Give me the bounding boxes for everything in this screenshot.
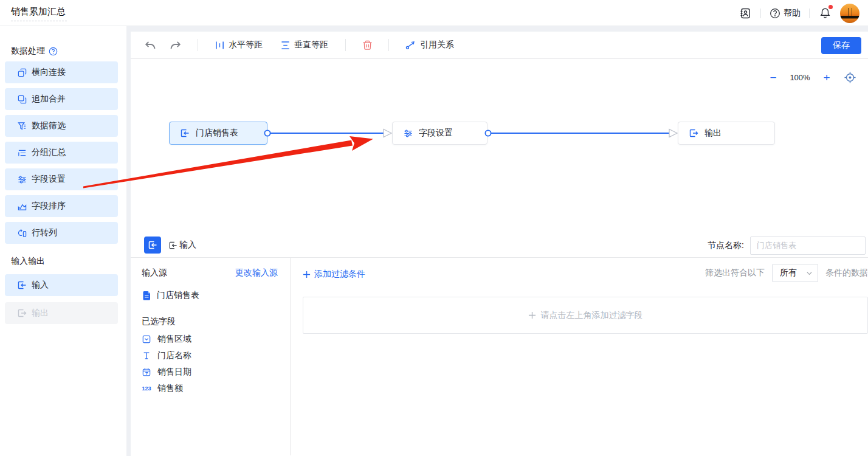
- sidebar-section-io: 输入输出: [11, 256, 126, 267]
- filter-panel: 添加过滤条件 筛选出符合以下 所有 条件的数据 请点击左上角添加过滤字段: [291, 258, 868, 455]
- date-field-icon: [142, 368, 151, 376]
- help-icon: [770, 8, 780, 19]
- sidebar-item-group-summary[interactable]: 分组汇总: [5, 142, 118, 164]
- divider: [809, 9, 810, 18]
- field-label: 门店名称: [157, 350, 191, 361]
- zoom-in-button[interactable]: +: [819, 70, 834, 85]
- trash-icon: [362, 40, 373, 50]
- field-row-store-name[interactable]: 门店名称: [142, 351, 278, 360]
- flow-node-label: 门店销售表: [196, 128, 238, 139]
- sidebar-item-field-sort[interactable]: 字段排序: [5, 195, 118, 217]
- transpose-icon: [17, 228, 27, 238]
- filter-suffix: 条件的数据: [825, 268, 868, 278]
- help-button[interactable]: 帮助: [770, 8, 801, 19]
- notification-bell-icon[interactable]: [818, 7, 832, 20]
- flow-node-field-settings[interactable]: 字段设置: [392, 122, 487, 145]
- group-icon: [17, 148, 27, 157]
- field-label: 销售额: [157, 383, 183, 394]
- main-panel: 水平等距 垂直等距 引用关系 保存 − 100%: [131, 32, 868, 456]
- select-field-icon: [142, 335, 151, 344]
- input-tab-badge[interactable]: [144, 237, 161, 254]
- source-item-label: 门店销售表: [157, 290, 199, 301]
- export-icon: [689, 128, 698, 138]
- sliders-icon: [403, 128, 413, 138]
- locate-button[interactable]: [842, 70, 857, 85]
- field-row-sales-amount[interactable]: 123 销售额: [142, 384, 278, 393]
- zoom-out-button[interactable]: −: [766, 70, 780, 85]
- reference-relation-button[interactable]: 引用关系: [405, 40, 454, 50]
- filter-empty-hint: 请点击左上角添加过滤字段: [541, 310, 643, 321]
- node-name-label: 节点名称:: [708, 240, 744, 251]
- sidebar-item-data-filter[interactable]: 数据筛选: [5, 115, 118, 137]
- import-icon: [180, 128, 190, 138]
- vertical-distribute-icon: [281, 41, 290, 50]
- sliders-icon: [17, 174, 27, 184]
- input-tab[interactable]: 输入: [168, 240, 196, 250]
- sort-icon: [17, 201, 27, 211]
- field-row-sales-region[interactable]: 销售区域: [142, 335, 278, 344]
- sidebar-item-field-settings[interactable]: 字段设置: [5, 168, 118, 190]
- save-button[interactable]: 保存: [821, 37, 861, 54]
- import-icon: [17, 280, 27, 290]
- avatar[interactable]: [840, 4, 859, 23]
- source-item[interactable]: 门店销售表: [142, 290, 278, 301]
- divider: [345, 39, 346, 51]
- selected-fields-title: 已选字段: [142, 316, 278, 327]
- top-bar: 销售累加汇总 帮助: [0, 0, 868, 26]
- sidebar-item-label: 追加合并: [32, 94, 66, 105]
- vertical-distribute-button[interactable]: 垂直等距: [281, 40, 328, 50]
- address-book-icon[interactable]: [739, 7, 752, 20]
- join-icon: [17, 67, 27, 77]
- flow-node-label: 字段设置: [419, 128, 453, 139]
- source-title: 输入源: [142, 268, 167, 278]
- input-tab-label: 输入: [179, 240, 196, 250]
- sidebar-item-horizontal-join[interactable]: 横向连接: [5, 61, 118, 83]
- node-name-input[interactable]: [750, 237, 866, 255]
- flow-canvas[interactable]: − 100% + 门店销售表: [131, 59, 868, 233]
- flow-node-label: 输出: [704, 128, 722, 139]
- import-icon: [148, 240, 157, 250]
- sidebar-item-label: 横向连接: [32, 67, 66, 78]
- undo-icon: [144, 40, 156, 50]
- sidebar-item-append-merge[interactable]: 追加合并: [5, 88, 118, 110]
- filter-empty-area[interactable]: 请点击左上角添加过滤字段: [303, 297, 868, 334]
- field-label: 销售日期: [157, 367, 191, 378]
- undo-button[interactable]: [144, 40, 156, 50]
- sidebar-item-output: 输出: [5, 302, 118, 324]
- sidebar-item-label: 行转列: [32, 227, 57, 238]
- plus-icon: [303, 271, 311, 278]
- question-circle-icon[interactable]: [49, 47, 58, 56]
- sidebar-item-input[interactable]: 输入: [5, 274, 118, 296]
- filter-icon: [17, 121, 27, 131]
- append-icon: [17, 94, 27, 104]
- field-row-sales-date[interactable]: 销售日期: [142, 368, 278, 376]
- page-title[interactable]: 销售累加汇总: [11, 5, 67, 21]
- redo-button[interactable]: [170, 40, 182, 50]
- import-icon: [168, 241, 177, 250]
- number-field-icon: 123: [142, 384, 151, 393]
- change-source-link[interactable]: 更改输入源: [235, 268, 278, 278]
- canvas-toolbar: 水平等距 垂直等距 引用关系 保存: [131, 32, 868, 59]
- zoom-level: 100%: [789, 73, 811, 82]
- sidebar: 数据处理 横向连接 追加合并 数据筛选 分组汇总: [0, 26, 126, 456]
- horizontal-distribute-icon: [215, 41, 224, 50]
- flow-node-output[interactable]: 输出: [678, 122, 775, 145]
- sidebar-item-label: 输出: [32, 308, 49, 319]
- redo-icon: [170, 40, 182, 50]
- chevron-down-icon: [806, 270, 813, 277]
- node-config-body: 输入源 更改输入源 门店销售表 已选字段 销售区域: [131, 258, 868, 455]
- add-filter-label: 添加过滤条件: [314, 269, 365, 280]
- sidebar-section-data-processing: 数据处理: [11, 46, 126, 57]
- horizontal-distribute-button[interactable]: 水平等距: [215, 40, 263, 50]
- tool-label: 引用关系: [420, 40, 454, 50]
- divider: [388, 39, 389, 51]
- filter-mode-select[interactable]: 所有: [772, 264, 818, 282]
- tool-label: 垂直等距: [294, 40, 328, 50]
- add-filter-button[interactable]: 添加过滤条件: [303, 269, 365, 280]
- notification-dot: [828, 5, 833, 9]
- flow-node-input-source[interactable]: 门店销售表: [169, 122, 267, 145]
- tool-label: 水平等距: [229, 40, 263, 50]
- export-icon: [17, 308, 27, 318]
- delete-button[interactable]: [362, 40, 373, 50]
- sidebar-item-row-to-column[interactable]: 行转列: [5, 222, 118, 244]
